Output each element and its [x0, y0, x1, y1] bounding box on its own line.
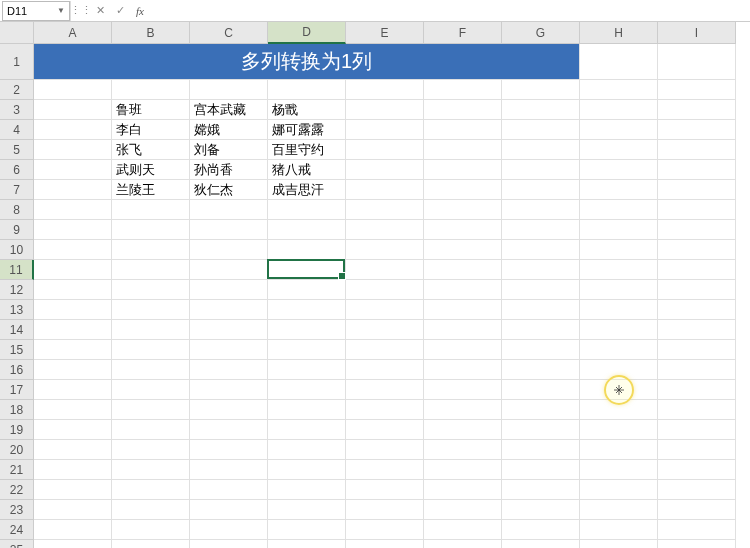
cell-I24[interactable]: [658, 520, 736, 540]
cell-I9[interactable]: [658, 220, 736, 240]
cell-G2[interactable]: [502, 80, 580, 100]
cell-A8[interactable]: [34, 200, 112, 220]
cell-E17[interactable]: [346, 380, 424, 400]
cell-A15[interactable]: [34, 340, 112, 360]
cell-H18[interactable]: [580, 400, 658, 420]
cell-B5[interactable]: 张飞: [112, 140, 190, 160]
row-header-18[interactable]: 18: [0, 400, 34, 420]
cell-B7[interactable]: 兰陵王: [112, 180, 190, 200]
cell-E5[interactable]: [346, 140, 424, 160]
cell-B20[interactable]: [112, 440, 190, 460]
cell-E16[interactable]: [346, 360, 424, 380]
cell-C6[interactable]: 孙尚香: [190, 160, 268, 180]
cell-E11[interactable]: [346, 260, 424, 280]
cell-I23[interactable]: [658, 500, 736, 520]
cell-D3[interactable]: 杨戬: [268, 100, 346, 120]
cell-G8[interactable]: [502, 200, 580, 220]
cell-E10[interactable]: [346, 240, 424, 260]
cell-A7[interactable]: [34, 180, 112, 200]
select-all-corner[interactable]: [0, 22, 34, 44]
cell-H8[interactable]: [580, 200, 658, 220]
cell-C4[interactable]: 嫦娥: [190, 120, 268, 140]
cell-F5[interactable]: [424, 140, 502, 160]
cell-C18[interactable]: [190, 400, 268, 420]
cell-E7[interactable]: [346, 180, 424, 200]
cell-I13[interactable]: [658, 300, 736, 320]
column-header-I[interactable]: I: [658, 22, 736, 44]
row-header-14[interactable]: 14: [0, 320, 34, 340]
cell-A13[interactable]: [34, 300, 112, 320]
cell-B17[interactable]: [112, 380, 190, 400]
cell-E14[interactable]: [346, 320, 424, 340]
cell-G25[interactable]: [502, 540, 580, 548]
cell-E2[interactable]: [346, 80, 424, 100]
cell-D5[interactable]: 百里守约: [268, 140, 346, 160]
cell-H12[interactable]: [580, 280, 658, 300]
cell-B25[interactable]: [112, 540, 190, 548]
cell-D23[interactable]: [268, 500, 346, 520]
cell-E15[interactable]: [346, 340, 424, 360]
column-header-H[interactable]: H: [580, 22, 658, 44]
cell-I14[interactable]: [658, 320, 736, 340]
cell-H1[interactable]: [580, 44, 658, 80]
row-header-11[interactable]: 11: [0, 260, 34, 280]
cell-I5[interactable]: [658, 140, 736, 160]
cell-F13[interactable]: [424, 300, 502, 320]
cell-F24[interactable]: [424, 520, 502, 540]
cell-G20[interactable]: [502, 440, 580, 460]
cell-E6[interactable]: [346, 160, 424, 180]
cell-F17[interactable]: [424, 380, 502, 400]
cell-E22[interactable]: [346, 480, 424, 500]
cell-area[interactable]: 鲁班宫本武藏杨戬李白嫦娥娜可露露张飞刘备百里守约武则天孙尚香猪八戒兰陵王狄仁杰成…: [34, 44, 736, 548]
cell-H15[interactable]: [580, 340, 658, 360]
cell-A25[interactable]: [34, 540, 112, 548]
cell-A22[interactable]: [34, 480, 112, 500]
cell-E25[interactable]: [346, 540, 424, 548]
cell-C8[interactable]: [190, 200, 268, 220]
cell-E13[interactable]: [346, 300, 424, 320]
cancel-formula-button[interactable]: ✕: [90, 1, 110, 21]
cell-D16[interactable]: [268, 360, 346, 380]
column-header-D[interactable]: D: [268, 22, 346, 44]
cell-D2[interactable]: [268, 80, 346, 100]
cell-H16[interactable]: [580, 360, 658, 380]
row-header-21[interactable]: 21: [0, 460, 34, 480]
cell-G7[interactable]: [502, 180, 580, 200]
cell-G17[interactable]: [502, 380, 580, 400]
row-header-24[interactable]: 24: [0, 520, 34, 540]
cell-B3[interactable]: 鲁班: [112, 100, 190, 120]
cell-D19[interactable]: [268, 420, 346, 440]
cell-A5[interactable]: [34, 140, 112, 160]
cell-B13[interactable]: [112, 300, 190, 320]
cell-C14[interactable]: [190, 320, 268, 340]
cell-A17[interactable]: [34, 380, 112, 400]
column-header-G[interactable]: G: [502, 22, 580, 44]
cell-B11[interactable]: [112, 260, 190, 280]
cell-D4[interactable]: 娜可露露: [268, 120, 346, 140]
cell-I1[interactable]: [658, 44, 736, 80]
cell-C5[interactable]: 刘备: [190, 140, 268, 160]
cell-D20[interactable]: [268, 440, 346, 460]
cell-G22[interactable]: [502, 480, 580, 500]
cell-B21[interactable]: [112, 460, 190, 480]
merged-title-cell[interactable]: 多列转换为1列: [34, 44, 580, 80]
row-header-23[interactable]: 23: [0, 500, 34, 520]
cell-I4[interactable]: [658, 120, 736, 140]
cell-F4[interactable]: [424, 120, 502, 140]
cell-C19[interactable]: [190, 420, 268, 440]
column-header-E[interactable]: E: [346, 22, 424, 44]
cell-G14[interactable]: [502, 320, 580, 340]
cell-H3[interactable]: [580, 100, 658, 120]
column-header-B[interactable]: B: [112, 22, 190, 44]
cell-F12[interactable]: [424, 280, 502, 300]
cell-G3[interactable]: [502, 100, 580, 120]
row-header-15[interactable]: 15: [0, 340, 34, 360]
cell-F6[interactable]: [424, 160, 502, 180]
cell-B15[interactable]: [112, 340, 190, 360]
cell-B14[interactable]: [112, 320, 190, 340]
cell-H6[interactable]: [580, 160, 658, 180]
cell-B24[interactable]: [112, 520, 190, 540]
cell-H14[interactable]: [580, 320, 658, 340]
cell-G24[interactable]: [502, 520, 580, 540]
row-header-7[interactable]: 7: [0, 180, 34, 200]
